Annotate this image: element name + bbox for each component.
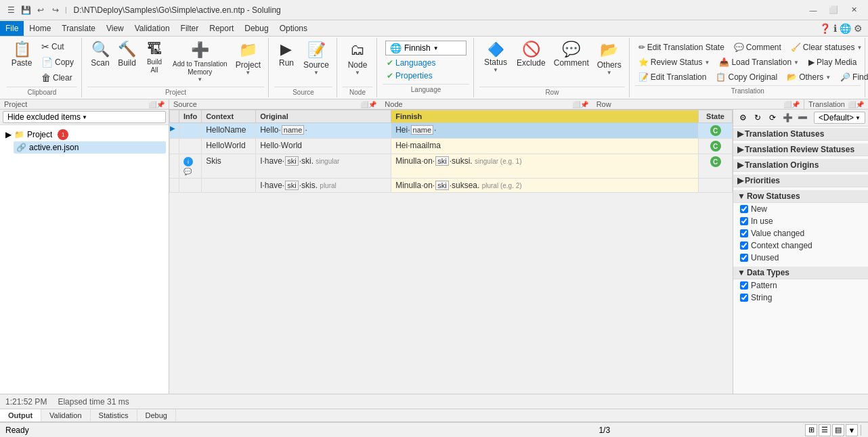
app-menu-icon[interactable]: ☰ [5, 5, 16, 16]
build-button[interactable]: 🔨 Build [114, 39, 139, 70]
filter-context-changed-checkbox[interactable] [740, 242, 748, 250]
comment-translation-button[interactable]: 💬 Comment [731, 41, 785, 54]
settings-icon[interactable]: ⚙ [854, 23, 863, 34]
menu-view[interactable]: View [101, 21, 129, 36]
row-translation[interactable]: Hei·name· [391, 123, 699, 139]
translation-section-pin[interactable]: 📌 [856, 101, 864, 108]
menu-debug[interactable]: Debug [239, 21, 274, 36]
source-group-items: ▶ Run 📝 Source ▼ [274, 39, 332, 85]
node-section-expand[interactable]: ⬜ [572, 101, 580, 108]
add-filter-icon[interactable]: ➕ [781, 111, 794, 124]
save-icon[interactable]: 💾 [20, 5, 31, 16]
translation-review-statuses-header[interactable]: ▶ Translation Review Statuses [733, 143, 868, 156]
row-section-expand[interactable]: ⬜ [783, 101, 791, 108]
copy-original-button[interactable]: 📋 Copy Original [712, 70, 781, 84]
table-row[interactable]: I·have·ski·skis. plural Minulla·on·ski·s… [170, 179, 733, 193]
hide-excluded-dropdown[interactable]: Hide excluded items ▼ [3, 111, 166, 123]
menu-home[interactable]: Home [24, 21, 56, 36]
row-translation[interactable]: Hei·maailma [391, 139, 699, 154]
translation-statuses-header[interactable]: ▶ Translation Statuses [733, 128, 868, 141]
sync-icon[interactable]: ⟳ [766, 111, 779, 124]
menu-file[interactable]: File [0, 21, 24, 36]
clear-statuses-button[interactable]: 🧹 Clear statuses ▼ [787, 41, 866, 54]
translation-origins-header[interactable]: ▶ Translation Origins [733, 159, 868, 172]
review-status-button[interactable]: ⭐ Review Status ▼ [635, 55, 714, 69]
language-dropdown[interactable]: 🌐 Finnish ▼ [385, 41, 466, 55]
node-section-pin[interactable]: 📌 [580, 101, 588, 108]
menu-options[interactable]: Options [274, 21, 313, 36]
tab-validation[interactable]: Validation [41, 409, 91, 421]
status-button[interactable]: 🔷 Status ▼ [479, 39, 512, 75]
others-trans-button[interactable]: 📂 Others ▼ [783, 70, 834, 84]
scan-button[interactable]: 🔍 Scan [87, 39, 113, 70]
source-section-expand[interactable]: ⬜ [360, 101, 368, 108]
languages-button[interactable]: ✔ Languages [385, 58, 466, 68]
filter-value-changed-checkbox[interactable] [740, 229, 748, 237]
tab-statistics[interactable]: Statistics [91, 409, 137, 421]
minimize-button[interactable]: — [804, 4, 822, 16]
table-row[interactable]: HelloWorld Hello·World Hei·maailma C [170, 139, 733, 154]
filter-unused-checkbox[interactable] [740, 254, 748, 262]
find-replace-button[interactable]: 🔎 Find_Replace ▼ [837, 70, 868, 84]
view-options-btn[interactable]: ▼ [846, 424, 858, 436]
node-button[interactable]: 🗂 Node ▼ [343, 39, 372, 78]
build-all-button[interactable]: 🏗 BuildAll [141, 39, 168, 77]
translation-section-expand[interactable]: ⬜ [848, 101, 856, 108]
run-button[interactable]: ▶ Run [274, 39, 299, 70]
filter-icon[interactable]: ⚙ [736, 111, 750, 124]
properties-button[interactable]: ✔ Properties [385, 70, 466, 81]
add-translation-memory-button[interactable]: ➕ Add to TranslationMemory ▼ [169, 39, 231, 85]
bottom-tabs: Output Validation Statistics Debug [0, 409, 868, 422]
default-dropdown[interactable]: <Default> ▼ [814, 112, 865, 124]
tree-project[interactable]: ▶ 📁 Project 1 [3, 128, 166, 141]
data-types-header[interactable]: ▼ Data Types [733, 267, 868, 279]
row-statuses-header[interactable]: ▼ Row Statuses [733, 190, 868, 203]
comment-button[interactable]: 💬 Comment [550, 39, 592, 70]
copy-button[interactable]: 📄 Copy [38, 55, 77, 70]
menu-filter[interactable]: Filter [175, 21, 204, 36]
tab-output[interactable]: Output [0, 409, 41, 421]
project-button[interactable]: 📁 Project ▼ [232, 39, 264, 78]
others-button[interactable]: 📂 Others ▼ [594, 39, 625, 78]
clear-button[interactable]: 🗑 Clear [38, 70, 77, 85]
filter-in-use-checkbox[interactable] [740, 217, 748, 225]
cut-button[interactable]: ✂ Cut [38, 39, 77, 54]
network-icon[interactable]: 🌐 [840, 23, 851, 34]
refresh-icon[interactable]: ↻ [751, 111, 764, 124]
project-section-expand[interactable]: ⬜ [148, 101, 156, 108]
tree-file[interactable]: 🔗 active.en.json [14, 141, 166, 154]
table-view-btn[interactable]: ⊞ [805, 424, 817, 436]
undo-icon[interactable]: ↩ [35, 5, 46, 16]
source-button[interactable]: 📝 Source ▼ [300, 39, 332, 78]
tab-debug[interactable]: Debug [137, 409, 176, 421]
row-translation[interactable]: Minulla·on·ski·suksea. plural (e.g. 2) [391, 179, 699, 193]
filter-pattern-checkbox[interactable] [740, 281, 748, 290]
paste-button[interactable]: 📋 Paste [7, 39, 37, 70]
close-button[interactable]: ✕ [845, 4, 863, 16]
help-icon[interactable]: ❓ [819, 23, 831, 34]
maximize-button[interactable]: ⬜ [825, 4, 842, 16]
edit-translation-state-button[interactable]: ✏ Edit Translation State [635, 41, 728, 54]
source-section-pin[interactable]: 📌 [368, 101, 376, 108]
filter-string-checkbox[interactable] [740, 294, 748, 302]
edit-translation-button[interactable]: 📝 Edit Translation [635, 70, 710, 84]
row-translation[interactable]: Minulla·on·ski·suksi. singular (e.g. 1) [391, 154, 699, 179]
load-translation-button[interactable]: 📥 Load Translation ▼ [716, 55, 802, 69]
row-original: I·have·ski·skis. plural [256, 179, 391, 193]
table-row[interactable]: ▶ HelloName Hello·name· Hei·name· C [170, 123, 733, 139]
project-section-pin[interactable]: 📌 [156, 101, 165, 108]
menu-validation[interactable]: Validation [129, 21, 175, 36]
menu-report[interactable]: Report [204, 21, 239, 36]
row-section-pin[interactable]: 📌 [791, 101, 800, 108]
menu-translate[interactable]: Translate [56, 21, 101, 36]
detail-view-btn[interactable]: ▤ [832, 424, 844, 436]
priorities-header[interactable]: ▶ Priorities [733, 175, 868, 187]
table-row[interactable]: i 💬 Skis I·have·ski·ski. singular Minull… [170, 154, 733, 179]
play-media-button[interactable]: ▶ Play Media [805, 55, 860, 69]
filter-new-checkbox[interactable] [740, 205, 748, 213]
remove-filter-icon[interactable]: ➖ [796, 111, 809, 124]
exclude-button[interactable]: 🚫 Exclude [513, 39, 549, 70]
info-icon[interactable]: ℹ [833, 23, 837, 34]
redo-icon[interactable]: ↪ [50, 5, 61, 16]
list-view-btn[interactable]: ☰ [819, 424, 831, 436]
